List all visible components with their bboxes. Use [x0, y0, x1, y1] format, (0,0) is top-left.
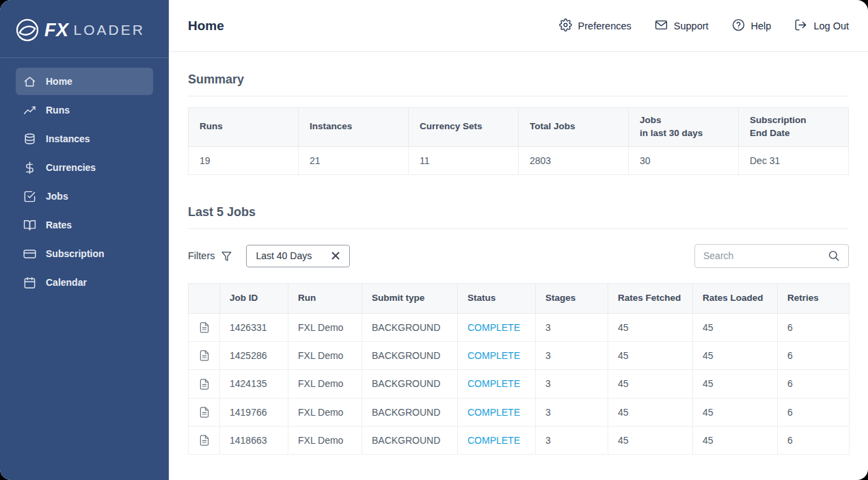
search-icon[interactable] [828, 250, 840, 262]
summary-values-row: 19 21 11 2803 30 Dec 31 [189, 146, 849, 174]
status-link[interactable]: COMPLETE [458, 426, 536, 454]
table-row: 1425286 FXL Demo BACKGROUND COMPLETE 3 4… [189, 341, 850, 369]
column-header-jobs-30-days: Jobs in last 30 days [629, 108, 739, 147]
retries-cell: 6 [778, 370, 850, 398]
help-label: Help [751, 21, 772, 31]
job-id-cell: 1426331 [220, 313, 288, 341]
rates-fetched-cell: 45 [608, 313, 693, 341]
page-title: Home [188, 18, 224, 34]
job-id-cell: 1419766 [220, 398, 288, 426]
funnel-icon[interactable] [221, 250, 232, 262]
sidebar-item-label: Subscription [46, 248, 105, 259]
submit-type-cell: BACKGROUND [362, 398, 458, 426]
sidebar-item-jobs[interactable]: Jobs [16, 183, 153, 210]
job-id-cell: 1425286 [220, 341, 288, 369]
rates-loaded-cell: 45 [693, 426, 778, 454]
sidebar-item-label: Jobs [46, 191, 68, 202]
status-link[interactable]: COMPLETE [458, 313, 536, 341]
submit-type-cell: BACKGROUND [362, 313, 458, 341]
column-header-run: Run [288, 283, 362, 313]
filters-row: Filters Last 40 Days [188, 244, 849, 268]
table-row: 1419766 FXL Demo BACKGROUND COMPLETE 3 4… [189, 398, 850, 426]
search-input[interactable] [703, 250, 828, 261]
rates-loaded-cell: 45 [693, 370, 778, 398]
submit-type-cell: BACKGROUND [362, 341, 458, 369]
job-id-cell: 1418663 [220, 426, 288, 454]
column-header-currency-sets: Currency Sets [409, 108, 519, 147]
file-icon[interactable] [198, 406, 211, 417]
column-header-rates-loaded: Rates Loaded [693, 283, 778, 313]
column-header-status: Status [458, 283, 536, 313]
job-log-cell [189, 313, 220, 341]
sidebar-item-label: Currencies [46, 162, 96, 173]
sidebar-item-label: Runs [46, 105, 70, 116]
column-header-stages: Stages [536, 283, 608, 313]
column-header-rates-fetched: Rates Fetched [608, 283, 693, 313]
filter-chip-label: Last 40 Days [256, 250, 312, 261]
preferences-button[interactable]: Preferences [559, 18, 632, 34]
summary-jobs-30-days-value: 30 [629, 146, 739, 174]
status-link[interactable]: COMPLETE [458, 341, 536, 369]
column-header-subscription-end: Subscription End Date [739, 108, 849, 147]
sidebar-item-currencies[interactable]: Currencies [16, 154, 153, 181]
sidebar-item-instances[interactable]: Instances [16, 125, 153, 152]
rates-fetched-cell: 45 [608, 341, 693, 369]
job-log-cell [189, 398, 220, 426]
check-square-icon [23, 190, 36, 203]
column-header-instances: Instances [299, 108, 409, 147]
stages-cell: 3 [536, 341, 608, 369]
rates-loaded-cell: 45 [693, 341, 778, 369]
sidebar-item-rates[interactable]: Rates [16, 211, 153, 239]
mail-icon [655, 18, 668, 34]
column-header-submit-type: Submit type [362, 283, 458, 313]
jobs-table: Job ID Run Submit type Status Stages Rat… [188, 283, 850, 455]
help-button[interactable]: Help [732, 18, 772, 34]
logout-button[interactable]: Log Out [794, 18, 849, 34]
support-label: Support [674, 21, 709, 31]
file-icon[interactable] [198, 321, 211, 332]
run-cell: FXL Demo [288, 398, 362, 426]
sidebar-item-calendar[interactable]: Calendar [16, 269, 153, 296]
search-box [694, 244, 849, 268]
sidebar-item-runs[interactable]: Runs [16, 96, 153, 124]
sidebar-item-label: Instances [46, 133, 90, 144]
support-button[interactable]: Support [655, 18, 709, 34]
sidebar-item-subscription[interactable]: Subscription [16, 240, 153, 267]
question-circle-icon [732, 18, 745, 34]
job-log-cell [189, 341, 220, 369]
submit-type-cell: BACKGROUND [362, 426, 458, 454]
sidebar-item-label: Calendar [46, 277, 87, 288]
file-icon[interactable] [198, 377, 211, 388]
rates-fetched-cell: 45 [608, 370, 693, 398]
retries-cell: 6 [778, 426, 850, 454]
filter-chip[interactable]: Last 40 Days [246, 245, 350, 267]
stages-cell: 3 [536, 398, 608, 426]
status-link[interactable]: COMPLETE [458, 370, 536, 398]
file-icon[interactable] [198, 349, 211, 360]
run-cell: FXL Demo [288, 370, 362, 398]
topbar-actions: Preferences Support Help [559, 18, 849, 34]
column-header-icon [189, 283, 220, 313]
job-id-cell: 1424135 [220, 370, 288, 398]
sidebar-item-home[interactable]: Home [16, 68, 153, 95]
file-icon[interactable] [198, 434, 211, 445]
rates-fetched-cell: 45 [608, 398, 693, 426]
summary-table: Runs Instances Currency Sets Total Jobs … [188, 107, 849, 175]
home-icon [23, 75, 36, 88]
fxloader-logo: FX LOADER [0, 0, 169, 58]
close-icon[interactable] [331, 251, 340, 261]
last-jobs-section-title: Last 5 Jobs [188, 205, 849, 229]
submit-type-cell: BACKGROUND [362, 370, 458, 398]
column-header-retries: Retries [778, 283, 850, 313]
logo-text-fx: FX [44, 20, 69, 41]
retries-cell: 6 [778, 341, 850, 369]
status-link[interactable]: COMPLETE [458, 398, 536, 426]
summary-currency-sets-value: 11 [409, 146, 519, 174]
stages-cell: 3 [536, 370, 608, 398]
rates-loaded-cell: 45 [693, 398, 778, 426]
gear-icon [559, 18, 572, 34]
table-row: 1426331 FXL Demo BACKGROUND COMPLETE 3 4… [189, 313, 850, 341]
jobs-header-row: Job ID Run Submit type Status Stages Rat… [189, 283, 850, 313]
run-cell: FXL Demo [288, 341, 362, 369]
database-icon [23, 133, 36, 146]
